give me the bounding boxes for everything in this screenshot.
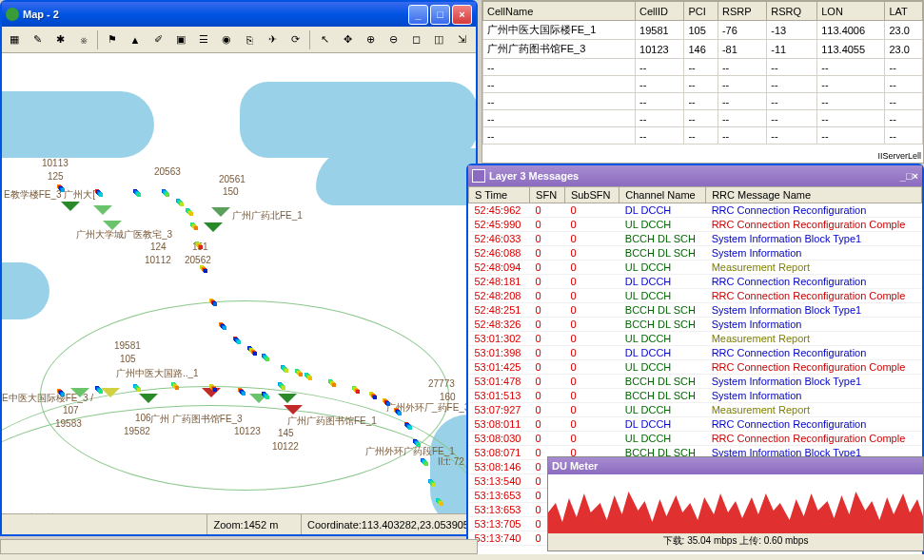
telescope-icon[interactable]: ✈ [262,29,283,50]
col-id[interactable]: CellID [636,2,684,21]
cell-sector-icon[interactable] [61,202,80,221]
cell-row[interactable]: 广州广药图书馆FE_310123146-81-11113.405523.0 [483,40,923,59]
l3-row[interactable]: 52:48:18100DL DCCHRRC Connection Reconfi… [469,275,922,289]
l3-maximize-button[interactable]: □ [906,170,913,182]
maximize-button[interactable]: □ [430,5,450,25]
col-lat[interactable]: LAT [885,2,923,21]
cell-sector-icon[interactable] [202,388,221,407]
track-dot [265,357,269,361]
l3-col[interactable]: SFN [530,187,565,203]
l3-row[interactable]: 53:01:42500UL DCCHRRC Connection Reconfi… [469,360,922,375]
close-button[interactable]: × [452,5,472,25]
cell: -- [817,127,885,145]
cell-sector-icon[interactable] [211,207,230,226]
l3-col[interactable]: SubSFN [564,187,619,203]
cell: -76 [718,21,766,40]
l3-close-button[interactable]: × [913,170,918,182]
edit-icon[interactable]: ✎ [27,29,48,50]
map-titlebar[interactable]: Map - 2 _ □ × [2,2,476,27]
l3-channel: UL DCCH [619,218,706,232]
cell-row[interactable]: -------------- [483,93,923,110]
l3-row[interactable]: 53:08:01100DL DCCHRRC Connection Reconfi… [469,417,922,432]
cell-row[interactable]: -------------- [483,110,923,127]
l3-row[interactable]: 53:01:47800BCCH DL SCHSystem Information… [469,375,922,389]
l3-row[interactable]: 53:01:51300BCCH DL SCHSystem Information [469,389,922,403]
l3-time: 52:46:033 [469,232,530,246]
full-extent-icon[interactable]: ◫ [428,29,449,50]
l3-row[interactable]: 52:48:09400UL DCCHMeasurement Report [469,261,922,275]
zoom-in-icon[interactable]: ⊕ [360,29,381,50]
du-title[interactable]: DU Meter [548,457,923,474]
cell-grid[interactable]: CellNameCellIDPCIRSRPRSRQLONLAT广州中医大国际楼F… [482,0,924,164]
cell-row[interactable]: 广州中医大国际楼FE_119581105-76-13113.400623.0 [483,21,923,40]
l3-time: 52:45:990 [469,218,530,232]
l3-row[interactable]: 53:01:30200UL DCCHMeasurement Report [469,332,922,346]
brush-icon[interactable]: ✐ [147,29,168,50]
cell-sector-icon[interactable] [70,388,89,407]
col-rsrq[interactable]: RSRQ [767,2,817,21]
l3-row[interactable]: 52:46:03300BCCH DL SCHSystem Information… [469,232,922,246]
cell-row[interactable]: -------------- [483,59,923,76]
l3-row[interactable]: 52:46:08800BCCH DL SCHSystem Information [469,246,922,261]
l3-time: 53:13:653 [469,489,530,503]
du-status: 下载: 35.04 mbps 上传: 0.60 mbps [548,533,923,549]
tower-icon[interactable]: ▲ [125,29,146,50]
du-meter[interactable]: DU Meter 下载: 35.04 mbps 上传: 0.60 mbps [547,456,924,551]
cell-row[interactable]: -------------- [483,127,923,145]
l3-row[interactable]: 53:08:03000UL DCCHRRC Connection Reconfi… [469,432,922,446]
water [2,91,154,158]
path-icon[interactable]: ⨳ [72,29,93,50]
col-name[interactable]: CellName [483,2,636,21]
cell-sector-icon[interactable] [139,394,158,413]
copy-icon[interactable]: ⎘ [239,29,260,50]
cell: 105 [684,21,718,40]
l3-row[interactable]: 53:01:39800DL DCCHRRC Connection Reconfi… [469,346,922,360]
status-zoom: Zoom:1452 m [207,514,302,534]
cell-row[interactable]: -------------- [483,76,923,93]
l3-col[interactable]: Channel Name [619,187,706,203]
l3-row[interactable]: 52:48:32600BCCH DL SCHSystem Information [469,318,922,332]
arrow-icon[interactable]: ↖ [314,29,335,50]
flag-icon[interactable]: ⚑ [102,29,123,50]
cell: -- [817,93,885,110]
l3-row[interactable]: 52:48:20800UL DCCHRRC Connection Reconfi… [469,289,922,303]
l3-row[interactable]: 52:48:25100BCCH DL SCHSystem Information… [469,303,922,318]
layer-icon[interactable]: ☰ [193,29,214,50]
minimize-button[interactable]: _ [408,5,428,25]
refresh-icon[interactable]: ⟳ [285,29,305,50]
col-pci[interactable]: PCI [684,2,718,21]
svg-marker-0 [548,492,923,533]
node-icon[interactable]: ✱ [49,29,70,50]
layers-icon[interactable]: ▦ [4,29,25,50]
l3-col[interactable]: S Time [469,187,530,203]
l3-channel: BCCH DL SCH [619,246,706,261]
pan-icon[interactable]: ✥ [337,29,358,50]
cell-sector-icon[interactable] [101,388,120,407]
cell-sector-icon[interactable] [103,221,122,240]
l3-channel: DL DCCH [619,346,706,360]
map-h-scrollbar[interactable] [0,539,478,554]
l3-sfn: 0 [530,360,565,375]
l3-sfn: 0 [530,318,565,332]
l3-time: 52:48:251 [469,303,530,318]
map-label: 19583 [55,418,82,429]
map-canvas[interactable]: 101131252056320561150E教学楼FE_3 广州大[广州广药北F… [2,53,476,513]
track-dot [253,352,257,356]
globe-icon[interactable]: ◉ [216,29,237,50]
extent-box-icon[interactable]: ◻ [405,29,426,50]
div-icon[interactable]: ⇲ [451,29,472,50]
l3-row[interactable]: 52:45:96200DL DCCHRRC Connection Reconfi… [469,203,922,218]
l3-col[interactable]: RRC Message Name [706,187,922,203]
l3-row[interactable]: 52:45:99000UL DCCHRRC Connection Reconfi… [469,218,922,232]
col-rsrp[interactable]: RSRP [718,2,766,21]
l3-subsfn: 0 [564,246,619,261]
cell-sector-icon[interactable] [284,405,303,424]
l3-sfn: 0 [530,375,565,389]
zoom-out-icon[interactable]: ⊖ [383,29,403,50]
box-icon[interactable]: ▣ [170,29,191,50]
l3-msg: System Information Block Type1 [706,375,922,389]
l3-msg: System Information [706,246,922,261]
col-lon[interactable]: LON [817,2,885,21]
l3-titlebar[interactable]: Layer 3 Messages _ □ × [468,165,922,186]
l3-row[interactable]: 53:07:92700UL DCCHMeasurement Report [469,403,922,417]
